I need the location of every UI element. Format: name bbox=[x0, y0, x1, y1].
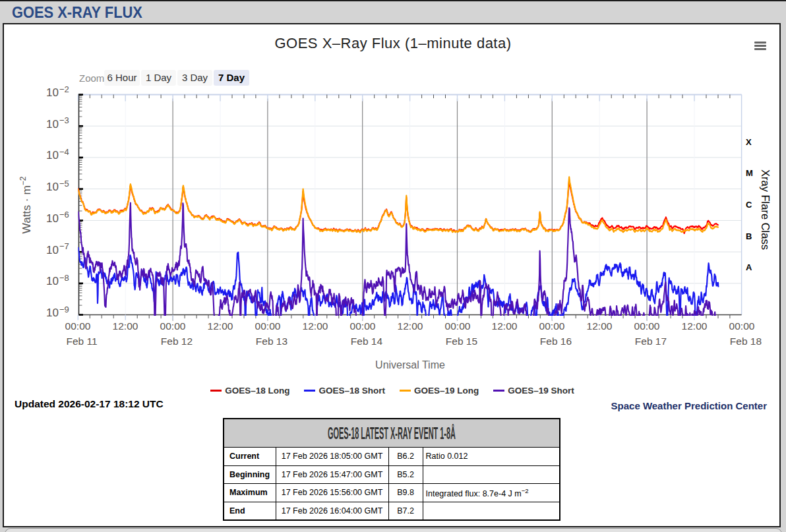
svg-text:00:00: 00:00 bbox=[634, 320, 660, 332]
svg-text:10: 10 bbox=[46, 149, 59, 162]
svg-text:00:00: 00:00 bbox=[539, 320, 565, 332]
svg-text:Xray Flare Class: Xray Flare Class bbox=[760, 169, 771, 250]
svg-text:Feb 16: Feb 16 bbox=[540, 336, 572, 347]
svg-text:10: 10 bbox=[46, 275, 59, 287]
svg-text:00:00: 00:00 bbox=[65, 320, 91, 332]
svg-text:−3: −3 bbox=[59, 115, 69, 125]
svg-text:00:00: 00:00 bbox=[255, 320, 281, 332]
svg-text:Feb 18: Feb 18 bbox=[730, 336, 762, 347]
svg-text:Feb 15: Feb 15 bbox=[446, 336, 477, 347]
svg-text:−9: −9 bbox=[59, 305, 69, 314]
svg-text:10: 10 bbox=[46, 307, 59, 319]
svg-text:−4: −4 bbox=[59, 147, 69, 157]
svg-text:M: M bbox=[746, 168, 753, 178]
svg-text:10: 10 bbox=[46, 181, 59, 193]
svg-text:−6: −6 bbox=[59, 210, 69, 220]
svg-text:Feb 13: Feb 13 bbox=[256, 336, 287, 347]
svg-text:−5: −5 bbox=[59, 179, 69, 189]
svg-text:00:00: 00:00 bbox=[160, 320, 186, 332]
svg-text:−7: −7 bbox=[59, 241, 69, 251]
svg-text:12:00: 12:00 bbox=[587, 320, 613, 332]
svg-text:Feb 11: Feb 11 bbox=[66, 336, 97, 347]
svg-text:12:00: 12:00 bbox=[208, 320, 233, 332]
svg-text:10: 10 bbox=[46, 244, 59, 256]
svg-text:12:00: 12:00 bbox=[303, 320, 328, 332]
svg-text:Watts · m−2: Watts · m−2 bbox=[18, 176, 33, 233]
svg-text:10: 10 bbox=[46, 86, 59, 99]
svg-text:A: A bbox=[746, 262, 752, 272]
svg-text:−2: −2 bbox=[59, 84, 69, 94]
svg-text:X: X bbox=[746, 137, 752, 147]
svg-text:12:00: 12:00 bbox=[398, 320, 423, 332]
svg-text:Feb 17: Feb 17 bbox=[635, 336, 667, 347]
svg-text:B: B bbox=[746, 231, 752, 241]
svg-text:12:00: 12:00 bbox=[682, 320, 708, 332]
svg-text:10: 10 bbox=[46, 212, 59, 225]
svg-text:00:00: 00:00 bbox=[729, 320, 755, 332]
svg-text:C: C bbox=[746, 200, 752, 210]
svg-text:−8: −8 bbox=[59, 273, 69, 283]
svg-text:00:00: 00:00 bbox=[445, 320, 471, 332]
svg-text:Feb 12: Feb 12 bbox=[161, 336, 193, 347]
svg-text:10: 10 bbox=[46, 118, 59, 131]
svg-text:Feb 14: Feb 14 bbox=[351, 336, 383, 347]
svg-text:00:00: 00:00 bbox=[350, 320, 376, 332]
svg-text:Universal Time: Universal Time bbox=[375, 359, 445, 370]
svg-text:12:00: 12:00 bbox=[113, 320, 138, 332]
svg-text:12:00: 12:00 bbox=[492, 320, 518, 332]
